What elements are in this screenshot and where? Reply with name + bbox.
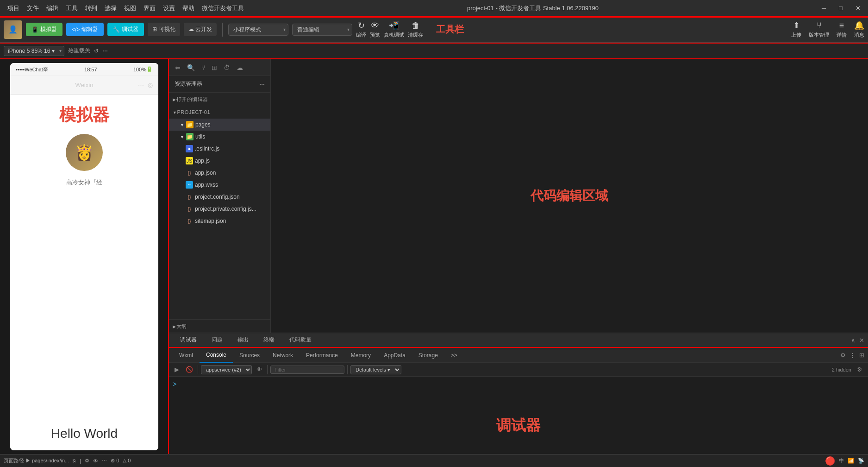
visualize-button[interactable]: ⊞ 可视化 bbox=[148, 23, 180, 36]
menu-item-tools[interactable]: 工具 bbox=[62, 2, 81, 14]
tree-item-project-private[interactable]: {} project.private.config.js... bbox=[169, 203, 270, 215]
phone-nav-circle-icon[interactable]: ◎ bbox=[148, 82, 153, 88]
debugger-tab-storage[interactable]: Storage bbox=[412, 348, 444, 363]
explorer-nav-icon[interactable]: ⇐ bbox=[173, 63, 183, 73]
close-button[interactable]: ✕ bbox=[852, 3, 864, 13]
menu-item-view[interactable]: 视图 bbox=[120, 2, 140, 14]
debugger-tab-network[interactable]: Network bbox=[266, 348, 300, 363]
tree-item-appwxss[interactable]: ~ app.wxss bbox=[169, 179, 270, 191]
maximize-button[interactable]: □ bbox=[835, 3, 846, 13]
debugger-tab-performance[interactable]: Performance bbox=[300, 348, 344, 363]
outline-section[interactable]: 大纲 bbox=[169, 319, 270, 333]
explorer-header: 资源管理器 ⋯ bbox=[169, 76, 270, 93]
tab-code-quality[interactable]: 代码质量 bbox=[282, 333, 319, 348]
status-settings-icon[interactable]: ⚙ bbox=[85, 458, 89, 464]
status-locale: 中 bbox=[839, 457, 844, 464]
project-section[interactable]: PROJECT-01 bbox=[169, 106, 270, 119]
compiler-select-wrapper: 普通编辑 bbox=[292, 24, 352, 36]
explorer-more-icon[interactable]: ⋯ bbox=[259, 81, 265, 88]
menu-item-edit[interactable]: 编辑 bbox=[43, 2, 62, 14]
menu-item-goto[interactable]: 转到 bbox=[81, 2, 101, 14]
open-editors-section[interactable]: 打开的编辑器 bbox=[169, 93, 270, 106]
upload-action[interactable]: ⬆ 上传 bbox=[791, 20, 801, 38]
debugger-tab-console[interactable]: Console bbox=[200, 348, 233, 363]
device-select[interactable]: iPhone 5 85% 16 ▾ bbox=[4, 46, 64, 56]
compile-action[interactable]: ↻ 编译 bbox=[356, 20, 366, 38]
block-icon[interactable]: 🚫 bbox=[184, 365, 195, 374]
tree-item-project-config[interactable]: {} project.config.json bbox=[169, 191, 270, 203]
status-more-icon[interactable]: ⋯ bbox=[102, 458, 107, 464]
menu-item-interface[interactable]: 界面 bbox=[140, 2, 159, 14]
explorer-cloud-icon[interactable]: ☁ bbox=[234, 63, 245, 73]
editor-button[interactable]: </> 编辑器 bbox=[66, 23, 104, 36]
debugger-settings-icon[interactable]: ⚙ bbox=[840, 352, 846, 359]
panel-close-icon[interactable]: ✕ bbox=[859, 337, 864, 344]
explorer-history-icon[interactable]: ⏱ bbox=[221, 63, 232, 73]
clear-cache-action[interactable]: 🗑 清缓存 bbox=[408, 21, 423, 38]
filter-input[interactable] bbox=[270, 366, 344, 374]
compiler-select[interactable]: 普通编辑 bbox=[292, 24, 352, 36]
explorer-search-icon[interactable]: 🔍 bbox=[185, 63, 197, 73]
menu-item-help[interactable]: 帮助 bbox=[179, 2, 198, 14]
device-debug-action[interactable]: 📲 真机调试 bbox=[384, 20, 404, 38]
tree-item-pages[interactable]: 📁 pages bbox=[169, 119, 270, 131]
toolbar-divider2 bbox=[267, 365, 268, 374]
tab-debugger[interactable]: 调试器 bbox=[173, 333, 204, 348]
tree-item-eslintrc[interactable]: ● .eslintrc.js bbox=[169, 143, 270, 155]
file-explorer: ⇐ 🔍 ⑂ ⊞ ⏱ ☁ 资源管理器 ⋯ 打开的编辑器 bbox=[169, 59, 271, 333]
play-button[interactable]: ▶ bbox=[173, 365, 181, 374]
debugger-tab-memory[interactable]: Memory bbox=[344, 348, 377, 363]
cloud-dev-button[interactable]: ☁ 云开发 bbox=[184, 23, 217, 36]
minimize-button[interactable]: ─ bbox=[818, 3, 830, 13]
eslint-icon: ● bbox=[186, 145, 193, 152]
phone-nav-title: Weixin bbox=[75, 82, 94, 88]
outline-header[interactable]: 大纲 bbox=[169, 320, 270, 333]
tree-item-utils[interactable]: 📁 utils bbox=[169, 131, 270, 143]
device-debug-label: 真机调试 bbox=[384, 32, 404, 38]
console-prompt[interactable]: > bbox=[173, 380, 864, 388]
simulator-button[interactable]: 📱 编译模拟器 bbox=[26, 23, 62, 36]
service-select[interactable]: appservice (#2) bbox=[201, 365, 252, 374]
phone-nav-icons: ⋯ ◎ bbox=[138, 82, 153, 88]
debugger-tab-sources[interactable]: Sources bbox=[233, 348, 266, 363]
debugger-tab-wxml[interactable]: Wxml bbox=[173, 348, 200, 363]
menu-item-wechat[interactable]: 微信开发者工具 bbox=[198, 2, 248, 14]
debugger-more-icon[interactable]: ⋮ bbox=[849, 352, 856, 359]
tab-issues[interactable]: 问题 bbox=[204, 333, 230, 348]
panel-collapse-icon[interactable]: ∧ bbox=[851, 337, 856, 344]
avatar[interactable]: 👤 bbox=[4, 20, 22, 39]
refresh-icon[interactable]: ↺ bbox=[94, 48, 99, 54]
more-options-icon[interactable]: ⋯ bbox=[102, 48, 108, 54]
menu-item-settings[interactable]: 设置 bbox=[159, 2, 179, 14]
debugger-expand-icon[interactable]: ⊞ bbox=[859, 352, 864, 359]
menu-item-project[interactable]: 项目 bbox=[4, 2, 23, 14]
phone-status-bar: ••••• WeChat 奈 18:57 100% 🔋 bbox=[10, 63, 158, 76]
level-select[interactable]: Default levels ▾ bbox=[350, 365, 401, 374]
menu-item-file[interactable]: 文件 bbox=[23, 2, 43, 14]
phone-frame: ••••• WeChat 奈 18:57 100% 🔋 Weixin ⋯ ◎ 模… bbox=[10, 63, 158, 450]
tab-output[interactable]: 输出 bbox=[230, 333, 256, 348]
tab-terminal[interactable]: 终端 bbox=[256, 333, 282, 348]
phone-nav-more-icon[interactable]: ⋯ bbox=[138, 82, 144, 88]
hidden-settings-icon[interactable]: ⚙ bbox=[855, 365, 864, 374]
debugger-tab-appdata[interactable]: AppData bbox=[377, 348, 412, 363]
preview-action[interactable]: 👁 预览 bbox=[370, 21, 380, 38]
copy-path-icon[interactable]: ⎘ bbox=[73, 458, 76, 464]
mode-select[interactable]: 小程序模式 bbox=[228, 24, 288, 36]
menu-item-select[interactable]: 选择 bbox=[101, 2, 120, 14]
tree-item-sitemap[interactable]: {} sitemap.json bbox=[169, 215, 270, 227]
phone-carrier: WeChat bbox=[25, 67, 43, 72]
details-action[interactable]: ≡ 详情 bbox=[837, 21, 847, 38]
status-eye-icon[interactable]: 👁 bbox=[93, 458, 98, 464]
explorer-branch-icon[interactable]: ⑂ bbox=[199, 63, 207, 73]
version-action[interactable]: ⑂ 版本管理 bbox=[809, 21, 829, 38]
tree-item-appjs[interactable]: JS app.js bbox=[169, 155, 270, 167]
explorer-grid-icon[interactable]: ⊞ bbox=[209, 63, 219, 73]
messages-action[interactable]: 🔔 消息 bbox=[854, 20, 864, 38]
tree-item-appjson[interactable]: {} app.json bbox=[169, 167, 270, 179]
eye-toggle[interactable]: 👁 bbox=[255, 365, 264, 374]
debugger-tab-more[interactable]: >> bbox=[444, 348, 464, 363]
sitemap-label: sitemap.json bbox=[195, 218, 226, 224]
hot-reload-toggle[interactable]: 热重载关 bbox=[68, 47, 90, 55]
debugger-button[interactable]: 🔧 调试器 bbox=[107, 23, 144, 36]
